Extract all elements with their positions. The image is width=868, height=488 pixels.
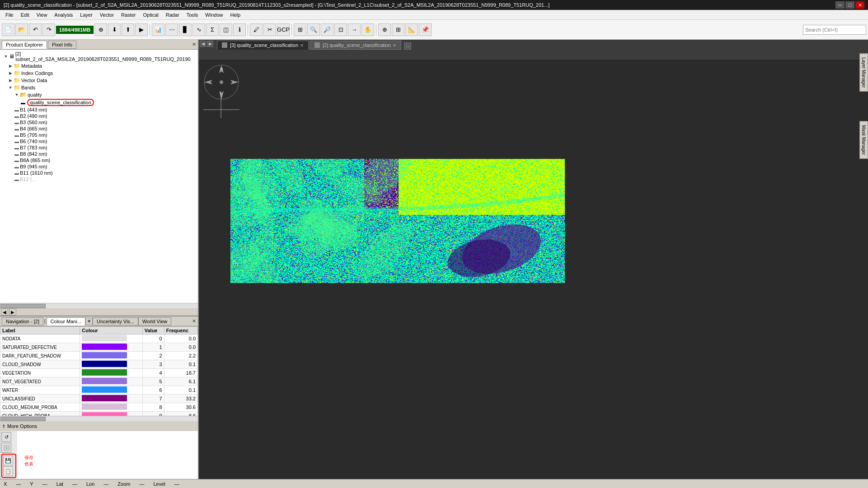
menu-item-help[interactable]: Help: [226, 11, 244, 19]
more-options-label[interactable]: More Options: [7, 423, 37, 429]
undo-button[interactable]: ↶: [29, 23, 42, 36]
graticule-button[interactable]: ⊞: [392, 23, 404, 36]
tree-b11[interactable]: ▬ B11 (1610 nm): [1, 170, 197, 176]
menu-item-window[interactable]: Window: [202, 11, 226, 19]
view-tab-maximize[interactable]: □: [404, 42, 411, 50]
mask-manager-tab[interactable]: Mask Manager: [859, 121, 868, 159]
menu-item-optical[interactable]: Optical: [139, 11, 162, 19]
arrow-button[interactable]: →: [348, 23, 361, 36]
table-row[interactable]: DARK_FEATURE_SHADOW22.2: [0, 352, 198, 360]
tab-product-explorer[interactable]: Product Explorer: [2, 41, 47, 49]
table-row[interactable]: CLOUD_MEDIUM_PROBA830.6: [0, 403, 198, 412]
menu-item-radar[interactable]: Radar: [162, 11, 183, 19]
tree-b5[interactable]: ▬ B5 (705 nm): [1, 132, 197, 138]
pe-close-button[interactable]: ✕: [192, 42, 196, 47]
new-button[interactable]: 📄: [2, 23, 14, 36]
table-row[interactable]: WATER60.1: [0, 386, 198, 395]
tree-b4[interactable]: ▬ B4 (665 nm): [1, 125, 197, 132]
tree-b8[interactable]: ▬ B8 (842 nm): [1, 151, 197, 157]
menu-item-analysis[interactable]: Analysis: [51, 11, 76, 19]
info-button[interactable]: ℹ: [233, 23, 246, 36]
tree-root[interactable]: ▼ 🖥 [2] subset_2_of_S2A_MSIL2A_20190628T…: [1, 51, 197, 62]
tree-b7[interactable]: ▬ B7 (783 nm): [1, 144, 197, 151]
close-button[interactable]: ✕: [855, 1, 864, 9]
tab-pixel-info[interactable]: Pixel Info: [48, 41, 76, 49]
cm-save-btn-1[interactable]: 💾: [3, 455, 13, 465]
menu-item-raster[interactable]: Raster: [117, 11, 139, 19]
cm-scrollbar-x[interactable]: [0, 416, 198, 421]
import-button[interactable]: ⬇: [108, 23, 121, 36]
tab-navigation[interactable]: Navigation - [2]: [2, 317, 43, 325]
zoom-out-button[interactable]: 🔎: [321, 23, 333, 36]
menu-item-layer[interactable]: Layer: [76, 11, 96, 19]
tree-b12[interactable]: ▬ B12 (…: [1, 176, 197, 182]
pe-scrollbar-x[interactable]: [0, 303, 198, 308]
overlay-button[interactable]: ⊕: [378, 23, 391, 36]
zoom-fit-button[interactable]: ⊡: [334, 23, 347, 36]
tree-b9[interactable]: ▬ B9 (945 nm): [1, 163, 197, 170]
view-tab-2-close[interactable]: ✕: [393, 43, 396, 48]
menu-item-edit[interactable]: Edit: [17, 11, 33, 19]
tool2-button[interactable]: ✂: [263, 23, 276, 36]
table-row[interactable]: NODATA00.0: [0, 335, 198, 343]
tree-quality-scene[interactable]: ▬ quality_scene_classification: [1, 98, 197, 107]
maximize-button[interactable]: □: [845, 1, 854, 9]
tree-b2[interactable]: ▬ B2 (490 nm): [1, 113, 197, 119]
tree-b3[interactable]: ▬ B3 (560 nm): [1, 119, 197, 125]
cm-table-area[interactable]: Label Colour Value Frequenc NODATA00.0SA…: [0, 326, 198, 416]
export-button[interactable]: ⬆: [122, 23, 134, 36]
tree-b8a[interactable]: ▬ B8A (865 nm): [1, 157, 197, 163]
table-row[interactable]: VEGETATION418.7: [0, 369, 198, 377]
menu-item-file[interactable]: File: [2, 11, 17, 19]
pe-arrow-left[interactable]: ◀: [1, 308, 8, 316]
menu-item-vector[interactable]: Vector: [96, 11, 117, 19]
tree-b1[interactable]: ▬ B1 (443 nm): [1, 107, 197, 113]
colour-manip-close[interactable]: ✕: [85, 318, 93, 325]
pe-arrow-right[interactable]: ▶: [9, 308, 16, 316]
redo-button[interactable]: ↷: [42, 23, 55, 36]
tree-b6[interactable]: ▬ B6 (740 nm): [1, 138, 197, 144]
process-button[interactable]: ▶: [135, 23, 148, 36]
pe-content[interactable]: ▼ 🖥 [2] subset_2_of_S2A_MSIL2A_20190628T…: [0, 50, 198, 303]
bar-chart-button[interactable]: ▊: [179, 23, 192, 36]
minimize-button[interactable]: ─: [835, 1, 845, 9]
view-tab-next[interactable]: ▶: [207, 41, 213, 47]
measure-button[interactable]: 📐: [405, 23, 418, 36]
cm-action-btn-2[interactable]: ⊞: [1, 443, 11, 453]
tree-index-codings[interactable]: ▶ 📁 Index Codings: [1, 70, 197, 77]
menu-item-tools[interactable]: Tools: [183, 11, 202, 19]
stats-button[interactable]: Σ: [206, 23, 219, 36]
zoom-in-button[interactable]: 🔍: [307, 23, 320, 36]
view-tab-1[interactable]: [3] quality_scene_classification ✕: [217, 41, 309, 50]
cm-save-btn-2[interactable]: 📋: [3, 466, 13, 476]
view-tab-prev[interactable]: ◀: [200, 41, 206, 47]
tool1-button[interactable]: 🖊: [250, 23, 263, 36]
search-input[interactable]: [803, 25, 866, 35]
nav-button[interactable]: ⊞: [294, 23, 306, 36]
table-row[interactable]: UNCLASSIFIED733.2: [0, 395, 198, 403]
view-tab-2[interactable]: [2] quality_scene_classification ✕: [310, 41, 401, 50]
table-row[interactable]: SATURATED_DEFECTIVE10.0: [0, 343, 198, 352]
satellite-image[interactable]: [230, 159, 565, 283]
tree-vector-data[interactable]: ▶ 📁 Vector Data: [1, 77, 197, 84]
table-row[interactable]: NOT_VEGETATED56.1: [0, 377, 198, 386]
map-canvas[interactable]: N: [199, 60, 868, 479]
layer-manager-tab[interactable]: Layer Manager: [859, 53, 868, 92]
bp-close-button[interactable]: ✕: [192, 318, 196, 324]
tab-world-view[interactable]: World View: [138, 317, 171, 325]
pe-scroll-thumb[interactable]: [0, 304, 46, 308]
tree-metadata[interactable]: ▶ 📁 Metadata: [1, 62, 197, 70]
view-tab-1-close[interactable]: ✕: [300, 43, 304, 48]
scatter-button[interactable]: ⋯: [165, 23, 178, 36]
profile-button[interactable]: ∿: [192, 23, 205, 36]
pin-button[interactable]: 📌: [419, 23, 432, 36]
chart-button[interactable]: 📊: [152, 23, 164, 36]
zoom-all-button[interactable]: ⊕: [94, 23, 107, 36]
menu-item-view[interactable]: View: [33, 11, 51, 19]
gcp-button[interactable]: GCP: [277, 23, 290, 36]
open-button[interactable]: 📂: [15, 23, 28, 36]
table-row[interactable]: CLOUD_HIGH_PROBA98.6: [0, 412, 198, 416]
tree-quality[interactable]: ▼ 📂 quality: [1, 91, 197, 98]
cm-scroll-thumb[interactable]: [0, 417, 46, 421]
table-row[interactable]: CLOUD_SHADOW30.1: [0, 360, 198, 369]
